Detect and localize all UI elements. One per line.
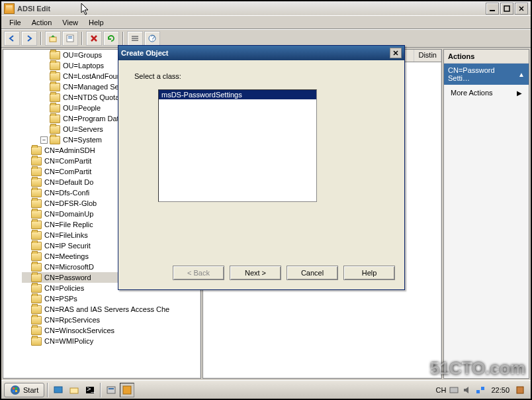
- folder-icon: [31, 157, 42, 166]
- system-tray: CH 22:50: [433, 385, 528, 395]
- folder-icon: [31, 221, 42, 229]
- refresh-button[interactable]: [103, 31, 119, 46]
- delete-button[interactable]: [86, 31, 102, 46]
- tree-item[interactable]: CN=PSPs: [22, 293, 200, 304]
- maximize-button[interactable]: [500, 3, 513, 15]
- folder-icon: [31, 316, 42, 325]
- tree-item-label: CN=File Replic: [44, 219, 93, 230]
- svg-rect-22: [123, 386, 131, 394]
- up-button[interactable]: [45, 31, 61, 46]
- tree-item-label: CN=Policies: [44, 283, 84, 293]
- svg-text:>_: >_: [87, 385, 95, 393]
- taskbar: Start >_ CH 22:50: [1, 380, 531, 399]
- minimize-button[interactable]: [486, 3, 499, 15]
- language-indicator[interactable]: CH: [436, 386, 447, 394]
- tree-item[interactable]: CN=WinsockServices: [22, 325, 200, 336]
- chevron-right-icon: ▶: [517, 89, 522, 97]
- folder-icon: [31, 189, 42, 197]
- tree-item-label: CN=RAS and IAS Servers Access Che: [44, 304, 169, 315]
- task-adsi-edit[interactable]: [120, 383, 134, 397]
- toolbar-separator: [40, 32, 42, 45]
- menu-view[interactable]: View: [57, 17, 83, 28]
- close-button[interactable]: [515, 3, 528, 15]
- collapse-toggle[interactable]: −: [40, 136, 48, 144]
- menubar: File Action View Help: [1, 16, 531, 29]
- class-item-password-settings[interactable]: msDS-PasswordSettings: [159, 90, 316, 99]
- menu-help[interactable]: Help: [83, 17, 109, 28]
- menu-file[interactable]: File: [4, 17, 26, 28]
- tree-item-label: CN=PSPs: [44, 293, 77, 304]
- dialog-close-button[interactable]: [390, 48, 402, 58]
- svg-rect-15: [15, 390, 17, 392]
- svg-rect-17: [70, 388, 78, 393]
- next-button[interactable]: Next >: [230, 266, 281, 280]
- column-distinguished-name[interactable]: Distin: [414, 50, 441, 62]
- properties-button[interactable]: [62, 31, 78, 46]
- tree-item-label: OU=Laptops: [63, 60, 104, 71]
- actions-subheader[interactable]: CN=Password Setti… ▲: [444, 64, 529, 85]
- forward-button[interactable]: [21, 31, 37, 46]
- tree-item-label: OU=Groups: [63, 50, 102, 60]
- class-listbox[interactable]: msDS-PasswordSettings: [158, 89, 317, 202]
- help-button[interactable]: Help: [343, 266, 395, 280]
- volume-icon[interactable]: [462, 385, 472, 395]
- tree-item[interactable]: CN=RAS and IAS Servers Access Che: [22, 304, 200, 315]
- collapse-icon: ▲: [518, 71, 525, 78]
- menu-action[interactable]: Action: [26, 17, 58, 28]
- folder-icon: [31, 284, 42, 293]
- folder-icon: [31, 168, 42, 176]
- tree-item[interactable]: CN=RpcServices: [22, 315, 200, 325]
- windows-logo-icon: [10, 385, 21, 395]
- task-server-manager[interactable]: [104, 383, 118, 397]
- svg-text:?: ?: [151, 34, 155, 42]
- quicklaunch-desktop[interactable]: [51, 383, 66, 397]
- tray-icon[interactable]: [515, 385, 525, 395]
- actions-item-label: More Actions: [451, 89, 493, 97]
- svg-rect-12: [13, 387, 15, 389]
- help-button[interactable]: ?: [144, 31, 160, 46]
- cancel-button[interactable]: Cancel: [287, 266, 338, 280]
- folder-icon: [31, 326, 42, 335]
- toolbar-separator: [122, 32, 124, 45]
- titlebar: ADSI Edit: [1, 1, 531, 16]
- toolbar-separator: [81, 32, 83, 45]
- tree-item[interactable]: CN=WMIPolicy: [22, 336, 200, 346]
- tray-icon[interactable]: [449, 385, 459, 395]
- svg-rect-6: [132, 36, 138, 37]
- folder-icon: [50, 83, 60, 91]
- tree-item-label: CN=Program Data: [63, 113, 123, 124]
- back-button[interactable]: [4, 31, 20, 46]
- dialog-titlebar[interactable]: Create Object: [118, 46, 404, 60]
- create-object-dialog: Create Object Select a class: msDS-Passw…: [118, 45, 405, 290]
- tree-item-label: CN=IP Securit: [44, 240, 91, 251]
- folder-icon: [50, 51, 60, 60]
- quicklaunch-cmd[interactable]: >_: [83, 383, 97, 397]
- svg-rect-21: [109, 388, 114, 389]
- tree-item-label: CN=RpcServices: [44, 315, 100, 325]
- dialog-prompt: Select a class:: [134, 72, 388, 80]
- network-icon[interactable]: [475, 385, 486, 395]
- start-button[interactable]: Start: [4, 383, 44, 397]
- folder-icon: [31, 252, 42, 261]
- actions-item-more[interactable]: More Actions ▶: [444, 85, 529, 101]
- svg-rect-13: [15, 387, 17, 389]
- tree-item-label: CN=Managed Serv: [63, 81, 125, 92]
- taskbar-separator: [100, 383, 101, 397]
- folder-icon: [50, 72, 60, 81]
- folder-icon: [31, 210, 42, 219]
- folder-icon: [31, 146, 42, 155]
- folder-icon: [31, 199, 42, 208]
- list-button[interactable]: [127, 31, 143, 46]
- quicklaunch-explorer[interactable]: [67, 383, 81, 397]
- tree-item-label: CN=LostAndFound: [63, 71, 125, 81]
- folder-icon: [31, 305, 42, 314]
- actions-header: Actions: [444, 50, 529, 64]
- tree-item-label: CN=System: [63, 134, 102, 145]
- tree-item-label: CN=ComPartit: [44, 166, 91, 177]
- folder-icon: [50, 125, 60, 134]
- tree-item-label: CN=FileLinks: [44, 230, 88, 240]
- svg-rect-1: [504, 6, 510, 11]
- folder-icon: [31, 242, 42, 250]
- clock[interactable]: 22:50: [488, 386, 512, 394]
- dialog-title: Create Object: [121, 49, 390, 57]
